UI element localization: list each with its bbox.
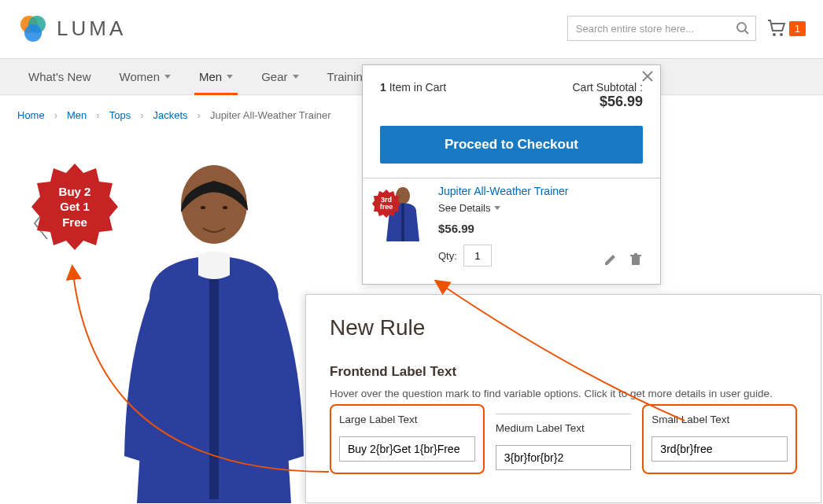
svg-rect-16: [632, 256, 640, 265]
promo-badge-small: 3rd free: [372, 189, 400, 218]
admin-hint: Hover over the question mark to find var…: [330, 388, 797, 399]
medium-label-input[interactable]: [496, 445, 632, 470]
see-details-label: See Details: [438, 202, 490, 214]
nav-whats-new[interactable]: What's New: [14, 59, 105, 94]
field-medium-label: Medium Label Text: [496, 414, 632, 474]
breadcrumb-current: Jupiter All-Weather Trainer: [210, 109, 331, 121]
field-label: Small Label Text: [651, 414, 788, 425]
admin-rule-panel: New Rule Frontend Label Text Hover over …: [305, 294, 821, 503]
nav-label: What's New: [28, 70, 91, 83]
promo-badge-large: Buy 2 Get 1 Free: [31, 164, 118, 250]
close-button[interactable]: [641, 70, 654, 86]
item-thumbnail[interactable]: 3rd free: [380, 185, 426, 241]
item-price: $56.99: [438, 222, 643, 235]
badge-line: free: [380, 204, 393, 211]
badge-line: Free: [59, 215, 91, 230]
field-label: Medium Label Text: [496, 422, 632, 434]
breadcrumb-link[interactable]: Men: [67, 109, 87, 121]
checkout-button[interactable]: Proceed to Checkout: [380, 126, 643, 164]
admin-title: New Rule: [330, 315, 797, 340]
svg-rect-14: [401, 204, 404, 241]
logo[interactable]: LUMA: [17, 13, 126, 44]
edit-icon[interactable]: [603, 252, 618, 267]
nav-label: Women: [120, 70, 160, 83]
svg-rect-18: [634, 253, 637, 255]
svg-point-5: [773, 33, 776, 36]
nav-label: Gear: [261, 70, 287, 83]
chevron-right-icon: ›: [96, 109, 99, 121]
chevron-right-icon: ›: [197, 109, 201, 121]
logo-text: LUMA: [57, 17, 126, 41]
chevron-down-icon: [293, 75, 299, 79]
field-small-label: Small Label Text: [642, 404, 797, 474]
chevron-down-icon: [494, 206, 500, 210]
chevron-down-icon: [227, 75, 233, 79]
close-icon: [641, 70, 654, 83]
field-large-label: Large Label Text: [330, 404, 485, 474]
chevron-down-icon: [164, 75, 171, 79]
svg-point-10: [201, 206, 205, 209]
qty-input[interactable]: [463, 245, 492, 267]
badge-line: Buy 2: [59, 184, 91, 200]
svg-line-4: [745, 31, 748, 34]
search-box: [567, 16, 756, 41]
item-name-link[interactable]: Jupiter All-Weather Trainer: [438, 185, 643, 197]
svg-point-2: [24, 24, 42, 42]
nav-women[interactable]: Women: [105, 59, 185, 94]
search-input[interactable]: [567, 16, 756, 41]
minicart-item: 3rd free Jupiter All-Weather Trainer See…: [363, 178, 660, 284]
chevron-right-icon: ›: [140, 109, 143, 121]
trash-icon[interactable]: [629, 252, 643, 267]
svg-rect-9: [209, 263, 219, 499]
subtotal-value: $56.99: [573, 94, 644, 110]
nav-label: Men: [199, 70, 222, 83]
qty-label: Qty:: [438, 250, 457, 262]
svg-point-6: [780, 33, 783, 36]
cart-icon: [767, 20, 786, 37]
logo-icon: [17, 13, 49, 44]
cart-button[interactable]: 1: [767, 20, 806, 37]
subtotal-label: Cart Subtotal :: [573, 81, 644, 94]
see-details-toggle[interactable]: See Details: [438, 202, 643, 214]
svg-point-11: [223, 206, 227, 209]
cart-items-count: 1 Item in Cart: [380, 81, 446, 110]
nav-gear[interactable]: Gear: [247, 59, 312, 94]
svg-rect-17: [630, 255, 641, 256]
breadcrumb-link[interactable]: Jackets: [153, 109, 187, 121]
large-label-input[interactable]: [339, 436, 475, 462]
search-icon[interactable]: [736, 21, 750, 35]
field-label: Large Label Text: [339, 414, 475, 425]
breadcrumb-link[interactable]: Tops: [109, 109, 131, 121]
minicart-popup: 1 Item in Cart Cart Subtotal : $56.99 Pr…: [362, 64, 661, 285]
svg-point-3: [737, 23, 746, 31]
badge-line: Get 1: [59, 199, 91, 215]
chevron-right-icon: ›: [54, 109, 57, 121]
small-label-input[interactable]: [651, 436, 788, 462]
breadcrumb-link[interactable]: Home: [17, 109, 45, 121]
admin-section-title: Frontend Label Text: [330, 364, 797, 380]
nav-men[interactable]: Men: [185, 59, 247, 94]
cart-count-badge: 1: [789, 21, 806, 36]
